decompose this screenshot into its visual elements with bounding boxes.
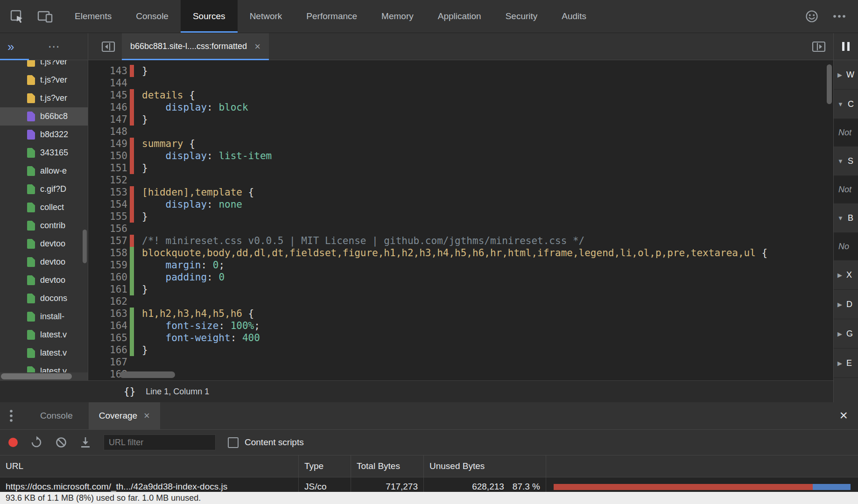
code-line[interactable]: 155} xyxy=(88,210,833,223)
column-header-total-bytes[interactable]: Total Bytes xyxy=(351,455,424,477)
line-number[interactable]: 149 xyxy=(88,138,127,150)
code-line[interactable]: 150 display: list-item xyxy=(88,150,833,162)
column-header-type[interactable]: Type xyxy=(299,455,351,477)
panel-tab-audits[interactable]: Audits xyxy=(549,0,598,33)
file-tree-item[interactable]: allow-e xyxy=(0,162,88,180)
line-number[interactable]: 145 xyxy=(88,89,127,101)
url-filter-input[interactable] xyxy=(104,434,216,450)
drawer-close-icon[interactable]: × xyxy=(839,408,848,422)
line-number[interactable]: 147 xyxy=(88,113,127,126)
code-line[interactable]: 145details { xyxy=(88,89,833,101)
navigator-overflow-chevron-icon[interactable]: » xyxy=(0,41,14,53)
feedback-smiley-icon[interactable] xyxy=(805,9,819,23)
debugger-section-header[interactable]: ▼B xyxy=(834,203,858,233)
line-number[interactable]: 148 xyxy=(88,126,127,138)
code-line[interactable]: 158blockquote,body,dd,dl,dt,fieldset,fig… xyxy=(88,247,833,259)
debugger-section-header[interactable]: ▼S xyxy=(834,147,858,176)
line-number[interactable]: 163 xyxy=(88,308,127,320)
line-number[interactable]: 152 xyxy=(88,174,127,186)
code-line[interactable]: 147} xyxy=(88,113,833,126)
reload-icon[interactable] xyxy=(30,436,43,449)
navigator-more-icon[interactable]: ⋯ xyxy=(48,41,60,52)
debugger-section-header[interactable]: ▶G xyxy=(834,319,858,349)
code-line[interactable]: 166} xyxy=(88,344,833,356)
line-number[interactable]: 165 xyxy=(88,332,127,344)
pretty-print-icon[interactable]: {} xyxy=(124,386,135,397)
file-tree-item[interactable]: 343165 xyxy=(0,144,88,162)
line-number[interactable]: 157 xyxy=(88,235,127,247)
code-line[interactable]: 153[hidden],template { xyxy=(88,186,833,198)
code-line[interactable]: 146 display: block xyxy=(88,101,833,113)
clear-icon[interactable] xyxy=(55,436,67,448)
navigator-horizontal-scrollbar[interactable] xyxy=(1,373,72,379)
line-number[interactable]: 144 xyxy=(88,77,127,89)
code-line[interactable]: 159 margin: 0; xyxy=(88,259,833,271)
export-icon[interactable] xyxy=(79,436,91,448)
file-tab[interactable]: b66bc881.site-l....css:formatted × xyxy=(122,33,269,60)
line-number[interactable]: 154 xyxy=(88,198,127,210)
panel-tab-performance[interactable]: Performance xyxy=(294,0,369,33)
navigator-vertical-scrollbar[interactable] xyxy=(83,230,87,263)
file-tree-item[interactable]: latest.v xyxy=(0,326,88,344)
code-editor[interactable]: 143}144145details {146 display: block147… xyxy=(88,60,833,380)
file-tree-item[interactable]: latest.v xyxy=(0,344,88,362)
inspect-element-icon[interactable] xyxy=(9,9,24,24)
code-line[interactable]: 156 xyxy=(88,223,833,235)
code-line[interactable]: 154 display: none xyxy=(88,198,833,210)
drawer-menu-icon[interactable] xyxy=(9,409,13,423)
debugger-section-header[interactable]: ▶X xyxy=(834,260,858,290)
line-number[interactable]: 167 xyxy=(88,356,127,368)
file-tree-item[interactable]: b66bc8 xyxy=(0,107,88,126)
drawer-tab-close-icon[interactable]: × xyxy=(144,411,150,421)
pause-script-execution-icon[interactable] xyxy=(842,42,850,51)
code-line[interactable]: 152 xyxy=(88,174,833,186)
file-tree-item[interactable]: t.js?ver xyxy=(0,60,88,71)
code-line[interactable]: 157/*! minireset.css v0.0.5 | MIT Licens… xyxy=(88,235,833,247)
code-line[interactable]: 161} xyxy=(88,283,833,295)
code-line[interactable]: 143} xyxy=(88,65,833,77)
file-tree-item[interactable]: devtoo xyxy=(0,253,88,271)
debugger-section-header[interactable]: ▶W xyxy=(834,60,858,90)
debugger-section-header[interactable]: ▶D xyxy=(834,290,858,319)
debugger-section-header[interactable]: ▶E xyxy=(834,349,858,378)
line-number[interactable]: 153 xyxy=(88,186,127,198)
line-number[interactable]: 143 xyxy=(88,65,127,77)
panel-tab-console[interactable]: Console xyxy=(124,0,181,33)
panel-tab-memory[interactable]: Memory xyxy=(369,0,426,33)
file-tree-item[interactable]: contrib xyxy=(0,217,88,235)
debugger-section-header[interactable]: ▼C xyxy=(834,90,858,119)
line-number[interactable]: 146 xyxy=(88,101,127,113)
panel-tab-network[interactable]: Network xyxy=(238,0,295,33)
file-tree-item[interactable]: b8d322 xyxy=(0,126,88,144)
editor-vertical-scrollbar[interactable] xyxy=(827,64,832,104)
file-tree-item[interactable]: devtoo xyxy=(0,235,88,253)
file-tree-item[interactable]: t.js?ver xyxy=(0,71,88,89)
column-header-url[interactable]: URL xyxy=(0,455,299,477)
line-number[interactable]: 155 xyxy=(88,210,127,223)
toggle-navigator-icon[interactable] xyxy=(101,41,115,53)
file-tree-item[interactable]: docons xyxy=(0,289,88,308)
code-line[interactable]: 151} xyxy=(88,162,833,174)
column-header-unused-bytes[interactable]: Unused Bytes xyxy=(424,455,546,477)
file-tree-item[interactable]: devtoo xyxy=(0,271,88,289)
line-number[interactable]: 162 xyxy=(88,295,127,308)
panel-tab-elements[interactable]: Elements xyxy=(63,0,124,33)
line-number[interactable]: 159 xyxy=(88,259,127,271)
code-line[interactable]: 165 font-weight: 400 xyxy=(88,332,833,344)
devtools-menu-icon[interactable] xyxy=(833,14,846,18)
content-scripts-checkbox[interactable] xyxy=(228,437,239,448)
drawer-tab-coverage[interactable]: Coverage× xyxy=(89,402,160,429)
line-number[interactable]: 166 xyxy=(88,344,127,356)
line-number[interactable]: 161 xyxy=(88,283,127,295)
file-tab-close-icon[interactable]: × xyxy=(254,42,260,52)
code-line[interactable]: 163h1,h2,h3,h4,h5,h6 { xyxy=(88,308,833,320)
line-number[interactable]: 160 xyxy=(88,271,127,283)
code-line[interactable]: 144 xyxy=(88,77,833,89)
line-number[interactable]: 158 xyxy=(88,247,127,259)
code-line[interactable]: 149summary { xyxy=(88,138,833,150)
file-tree-item[interactable]: collect xyxy=(0,198,88,217)
line-number[interactable]: 150 xyxy=(88,150,127,162)
file-tree-item[interactable]: install- xyxy=(0,308,88,326)
panel-tab-security[interactable]: Security xyxy=(493,0,550,33)
line-number[interactable]: 151 xyxy=(88,162,127,174)
